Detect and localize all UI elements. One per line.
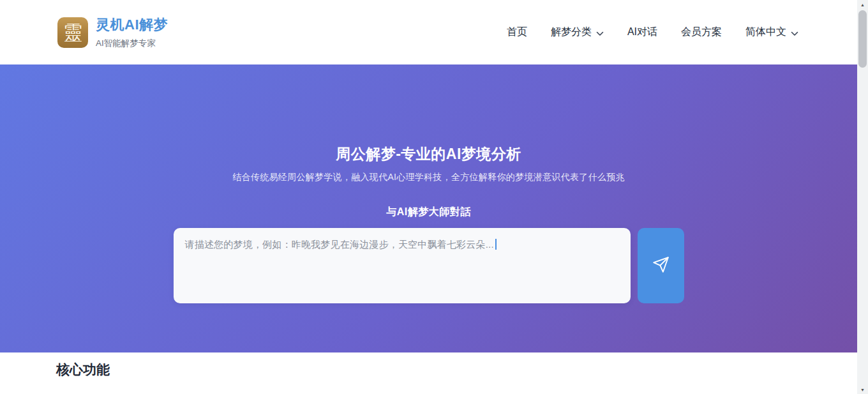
nav-item-language[interactable]: 简体中文	[745, 26, 798, 39]
browser-page: 靈 灵机AI解梦 AI智能解梦专家 首页 解梦分类 AI对话 会员方案	[0, 0, 857, 394]
dream-input[interactable]: 请描述您的梦境，例如：昨晚我梦见在海边漫步，天空中飘着七彩云朵...	[174, 228, 631, 303]
nav-item-label: AI对话	[627, 26, 657, 39]
dream-input-placeholder: 请描述您的梦境，例如：昨晚我梦见在海边漫步，天空中飘着七彩云朵...	[185, 239, 494, 250]
site-header: 靈 灵机AI解梦 AI智能解梦专家 首页 解梦分类 AI对话 会员方案	[0, 0, 857, 64]
main-nav: 首页 解梦分类 AI对话 会员方案 简体中文	[507, 26, 798, 39]
scrollbar-up-arrow[interactable]: ▲	[857, 0, 868, 9]
chevron-down-icon	[596, 27, 604, 39]
nav-item-home[interactable]: 首页	[507, 26, 527, 39]
site-title: 灵机AI解梦	[96, 15, 168, 34]
nav-item-dream-categories[interactable]: 解梦分类	[551, 26, 604, 39]
chevron-down-icon	[791, 27, 798, 39]
send-button[interactable]	[638, 228, 684, 303]
hero-subtitle: 结合传统易经周公解梦学说，融入现代AI心理学科技，全方位解释你的梦境潜意识代表了…	[0, 172, 857, 183]
hero-section: 周公解梦-专业的AI梦境分析 结合传统易经周公解梦学说，融入现代AI心理学科技，…	[0, 64, 857, 352]
nav-item-label: 会员方案	[681, 26, 722, 39]
text-caret	[495, 239, 497, 250]
nav-item-label: 解梦分类	[551, 26, 592, 39]
paper-plane-icon	[652, 256, 670, 275]
site-subtitle: AI智能解梦专家	[96, 38, 168, 49]
dream-input-row: 请描述您的梦境，例如：昨晚我梦见在海边漫步，天空中飘着七彩云朵...	[0, 228, 857, 303]
nav-item-ai-chat[interactable]: AI对话	[627, 26, 657, 39]
nav-item-label: 简体中文	[745, 26, 786, 39]
nav-item-membership[interactable]: 会员方案	[681, 26, 722, 39]
browser-scrollbar[interactable]: ▲ ▼	[857, 0, 868, 394]
chat-label: 与AI解梦大師對話	[0, 206, 857, 219]
brand-text: 灵机AI解梦 AI智能解梦专家	[96, 15, 168, 49]
nav-item-label: 首页	[507, 26, 527, 39]
scrollbar-down-arrow[interactable]: ▼	[857, 385, 868, 394]
scrollbar-thumb[interactable]	[858, 10, 867, 68]
logo-icon[interactable]: 靈	[57, 17, 88, 48]
features-section: 核心功能	[0, 352, 857, 394]
features-heading: 核心功能	[56, 361, 857, 379]
logo-glyph: 靈	[63, 23, 82, 42]
hero-title: 周公解梦-专业的AI梦境分析	[0, 144, 857, 164]
brand[interactable]: 靈 灵机AI解梦 AI智能解梦专家	[57, 15, 168, 49]
